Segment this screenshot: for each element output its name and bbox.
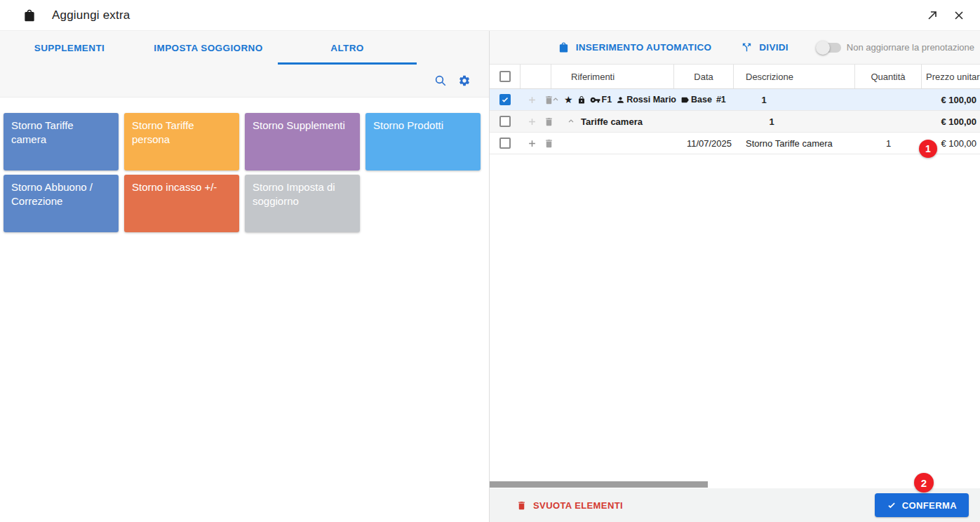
tile-storno-abbuono-correzione[interactable]: Storno Abbuono / Correzione (4, 175, 119, 232)
row2-check-cell (490, 111, 521, 132)
clear-items-button[interactable]: SVUOTA ELEMENTI (516, 500, 623, 511)
items-footer: SVUOTA ELEMENTI CONFERMA (490, 488, 980, 522)
row1-price: € 100,00 (798, 89, 980, 110)
header-select-all[interactable] (490, 65, 521, 88)
rate-name: Base (691, 95, 712, 105)
key-icon (590, 95, 600, 105)
step-badge-1: 1 (919, 140, 937, 158)
shopping-bag-icon (558, 41, 570, 53)
tile-storno-tariffe-camera[interactable]: Storno Tariffe camera (4, 113, 119, 170)
left-toolbar (0, 65, 489, 98)
row1-actions (521, 89, 551, 110)
add-icon[interactable] (527, 95, 537, 105)
tile-storno-tariffe-persona[interactable]: Storno Tariffe persona (124, 113, 239, 170)
auto-insert-label: INSERIMENTO AUTOMATICO (576, 42, 712, 53)
horizontal-scrollbar (490, 481, 980, 488)
header-actions (521, 65, 551, 88)
confirm-button[interactable]: CONFERMA (875, 493, 969, 517)
trash-icon (516, 500, 527, 511)
clear-items-label: SVUOTA ELEMENTI (533, 500, 623, 511)
tab-bar: SUPPLEMENTI IMPOSTA SOGGIORNO ALTRO (0, 31, 489, 65)
checkmark-icon (501, 95, 509, 104)
row1-qty: 1 (731, 89, 798, 110)
group-title-label: Tariffe camera (581, 116, 643, 127)
guest-name: Rossi Mario (626, 95, 676, 105)
table-row-item[interactable]: 11/07/2025 Storno Tariffe camera 1 € 100… (490, 133, 980, 154)
extra-tiles-grid: Storno Tariffe camera Storno Tariffe per… (0, 98, 489, 232)
chevron-up-icon[interactable] (567, 117, 575, 126)
dialog-titlebar: Aggiungi extra (0, 0, 980, 31)
tab-supplementi[interactable]: SUPPLEMENTI (0, 31, 139, 65)
toggle-knob (816, 41, 830, 55)
close-icon[interactable] (952, 8, 966, 22)
no-update-toggle[interactable] (818, 43, 841, 53)
header-prezzo-unitario: Prezzo unitario (922, 65, 980, 88)
room-number: #1 (716, 95, 726, 105)
star-icon: ★ (564, 95, 573, 105)
select-all-checkbox[interactable] (499, 71, 511, 82)
tile-storno-prodotti[interactable]: Storno Prodotti (365, 113, 481, 170)
row2-price: € 100,00 (805, 111, 980, 132)
search-icon[interactable] (434, 74, 447, 87)
rate-ref: Base (680, 95, 712, 105)
header-riferimenti: Riferimenti (551, 65, 674, 88)
open-diagonal-arrow-icon[interactable] (925, 8, 939, 22)
divide-label: DIVIDI (759, 42, 788, 53)
row3-description: Storno Tariffe camera (734, 133, 855, 154)
tile-storno-incasso[interactable]: Storno incasso +/- (124, 175, 239, 232)
row1-checkbox[interactable] (499, 94, 511, 105)
tab-altro[interactable]: ALTRO (278, 31, 417, 65)
auto-insert-button[interactable]: INSERIMENTO AUTOMATICO (558, 41, 712, 53)
gear-icon[interactable] (458, 74, 471, 87)
row2-actions (521, 111, 551, 132)
header-descrizione: Descrizione (734, 65, 855, 88)
room-ref-label: F1 (602, 95, 612, 105)
call-split-icon (741, 41, 753, 53)
add-icon[interactable] (527, 138, 537, 149)
dialog-body: SUPPLEMENTI IMPOSTA SOGGIORNO ALTRO Stor… (0, 31, 980, 522)
lock-icon (577, 95, 586, 105)
no-update-toggle-label: Non aggiornare la prenotazione (847, 42, 974, 53)
checkmark-icon (887, 500, 897, 510)
person-icon (616, 95, 625, 105)
divide-button[interactable]: DIVIDI (741, 41, 788, 53)
tabs-band: SUPPLEMENTI IMPOSTA SOGGIORNO ALTRO (0, 31, 489, 98)
row3-actions (521, 133, 551, 154)
table-row-reservation[interactable]: ★ F1 Rossi Mario Base #1 1 (490, 89, 980, 111)
items-toolbar: INSERIMENTO AUTOMATICO DIVIDI Non aggior… (490, 31, 980, 64)
tile-storno-supplementi[interactable]: Storno Supplementi (245, 113, 360, 170)
row1-check-cell (490, 89, 521, 110)
table-row-group[interactable]: Tariffe camera 1 € 100,00 (490, 111, 980, 133)
step-badge-2: 2 (914, 473, 934, 493)
row3-check-cell (490, 133, 521, 154)
table-header: Riferimenti Data Descrizione Quantità Pr… (490, 64, 980, 89)
row3-date: 11/07/2025 (674, 133, 734, 154)
confirm-label: CONFERMA (902, 500, 957, 511)
add-icon[interactable] (527, 116, 537, 127)
label-tag-icon (680, 95, 690, 105)
items-panel: INSERIMENTO AUTOMATICO DIVIDI Non aggior… (489, 31, 980, 522)
table-empty-area (490, 154, 980, 481)
row2-qty: 1 (739, 111, 805, 132)
tile-storno-imposta-soggiorno[interactable]: Storno Imposta di soggiorno (245, 175, 360, 232)
header-quantita: Quantità (855, 65, 922, 88)
row3-qty: 1 (855, 133, 922, 154)
chevron-up-icon[interactable] (551, 95, 560, 104)
row2-group-title: Tariffe camera (551, 111, 739, 132)
row3-riferimenti (551, 133, 674, 154)
room-ref: F1 (590, 95, 612, 105)
extras-panel: SUPPLEMENTI IMPOSTA SOGGIORNO ALTRO Stor… (0, 31, 489, 522)
no-update-toggle-wrap: Non aggiornare la prenotazione (818, 42, 974, 53)
header-data: Data (674, 65, 734, 88)
shopping-bag-icon (22, 8, 36, 22)
scrollbar-thumb[interactable] (490, 481, 708, 488)
row3-checkbox[interactable] (499, 138, 511, 149)
row2-checkbox[interactable] (499, 116, 511, 127)
tab-imposta-soggiorno[interactable]: IMPOSTA SOGGIORNO (139, 31, 278, 65)
row1-riferimenti: ★ F1 Rossi Mario Base #1 (551, 89, 731, 110)
dialog-title: Aggiungi extra (52, 8, 130, 22)
guest-ref: Rossi Mario (616, 95, 676, 105)
